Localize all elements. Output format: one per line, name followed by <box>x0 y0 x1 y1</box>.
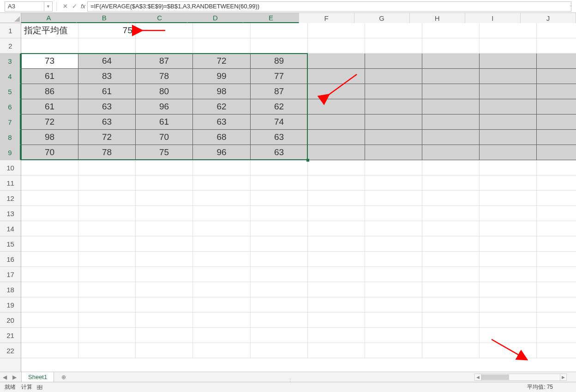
cell-C13[interactable] <box>136 206 193 221</box>
row-header-14[interactable]: 14 <box>0 221 21 236</box>
col-header-C[interactable]: C <box>132 13 187 23</box>
col-header-A[interactable]: A <box>21 13 77 23</box>
cell-D22[interactable] <box>193 343 251 358</box>
horizontal-scrollbar[interactable]: ◀ ▶ <box>474 374 567 381</box>
cell-J10[interactable] <box>537 160 576 175</box>
calc-options-icon[interactable] <box>37 385 42 390</box>
cell-B8[interactable]: 72 <box>78 130 136 145</box>
cell-D15[interactable] <box>193 236 251 252</box>
cell-H17[interactable] <box>422 267 480 282</box>
cell-A16[interactable] <box>21 252 78 267</box>
cell-G18[interactable] <box>365 282 422 297</box>
cell-G20[interactable] <box>365 313 422 328</box>
cell-B21[interactable] <box>78 328 136 343</box>
cell-G15[interactable] <box>365 236 422 252</box>
cell-J22[interactable] <box>537 343 576 358</box>
row-header-3[interactable]: 3 <box>0 54 21 69</box>
row-header-4[interactable]: 4 <box>0 69 21 84</box>
row-header-19[interactable]: 19 <box>0 297 21 313</box>
cell-D6[interactable]: 62 <box>193 99 251 115</box>
cell-J19[interactable] <box>537 297 576 313</box>
row-header-11[interactable]: 11 <box>0 175 21 191</box>
cell-C1[interactable] <box>136 23 193 38</box>
cell-F13[interactable] <box>308 206 365 221</box>
cell-E22[interactable] <box>251 343 308 358</box>
col-header-G[interactable]: G <box>354 13 410 23</box>
cell-I6[interactable] <box>480 99 537 115</box>
cell-A8[interactable]: 98 <box>21 130 78 145</box>
cell-A12[interactable] <box>21 191 78 206</box>
cell-G10[interactable] <box>365 160 422 175</box>
row-header-7[interactable]: 7 <box>0 115 21 130</box>
cell-G14[interactable] <box>365 221 422 236</box>
cell-H13[interactable] <box>422 206 480 221</box>
cell-G16[interactable] <box>365 252 422 267</box>
cell-C4[interactable]: 78 <box>136 69 193 84</box>
cell-H2[interactable] <box>422 38 480 54</box>
cell-J9[interactable] <box>537 145 576 160</box>
cell-D4[interactable]: 99 <box>193 69 251 84</box>
cell-D13[interactable] <box>193 206 251 221</box>
cell-I9[interactable] <box>480 145 537 160</box>
cell-G7[interactable] <box>365 115 422 130</box>
cell-E13[interactable] <box>251 206 308 221</box>
row-header-22[interactable]: 22 <box>0 343 21 358</box>
row-header-1[interactable]: 1 <box>0 23 21 38</box>
cell-J15[interactable] <box>537 236 576 252</box>
cell-I17[interactable] <box>480 267 537 282</box>
cell-J20[interactable] <box>537 313 576 328</box>
cell-F20[interactable] <box>308 313 365 328</box>
cell-H16[interactable] <box>422 252 480 267</box>
cell-A9[interactable]: 70 <box>21 145 78 160</box>
cell-C7[interactable]: 61 <box>136 115 193 130</box>
cell-H9[interactable] <box>422 145 480 160</box>
row-header-8[interactable]: 8 <box>0 130 21 145</box>
cell-C22[interactable] <box>136 343 193 358</box>
cell-E18[interactable] <box>251 282 308 297</box>
cell-H10[interactable] <box>422 160 480 175</box>
cell-C21[interactable] <box>136 328 193 343</box>
cell-F8[interactable] <box>308 130 365 145</box>
cell-E19[interactable] <box>251 297 308 313</box>
cell-H11[interactable] <box>422 175 480 191</box>
cell-B13[interactable] <box>78 206 136 221</box>
cell-E15[interactable] <box>251 236 308 252</box>
cell-F12[interactable] <box>308 191 365 206</box>
cell-B12[interactable] <box>78 191 136 206</box>
cell-D8[interactable]: 68 <box>193 130 251 145</box>
cell-A1[interactable]: 指定平均值 <box>21 23 78 38</box>
cell-I1[interactable] <box>480 23 537 38</box>
cell-G11[interactable] <box>365 175 422 191</box>
cell-A21[interactable] <box>21 328 78 343</box>
cell-I4[interactable] <box>480 69 537 84</box>
cell-D9[interactable]: 96 <box>193 145 251 160</box>
cell-J6[interactable] <box>537 99 576 115</box>
cell-G2[interactable] <box>365 38 422 54</box>
cell-D3[interactable]: 72 <box>193 54 251 69</box>
row-header-13[interactable]: 13 <box>0 206 21 221</box>
cell-H14[interactable] <box>422 221 480 236</box>
cell-E8[interactable]: 63 <box>251 130 308 145</box>
cell-B6[interactable]: 63 <box>78 99 136 115</box>
cell-H21[interactable] <box>422 328 480 343</box>
cell-G3[interactable] <box>365 54 422 69</box>
col-header-D[interactable]: D <box>187 13 243 23</box>
cell-A14[interactable] <box>21 221 78 236</box>
cell-H20[interactable] <box>422 313 480 328</box>
cell-B9[interactable]: 78 <box>78 145 136 160</box>
cell-F3[interactable] <box>308 54 365 69</box>
cell-F14[interactable] <box>308 221 365 236</box>
cell-H4[interactable] <box>422 69 480 84</box>
cell-D12[interactable] <box>193 191 251 206</box>
cell-C18[interactable] <box>136 282 193 297</box>
col-header-J[interactable]: J <box>521 13 576 23</box>
cell-B2[interactable] <box>78 38 136 54</box>
cell-A20[interactable] <box>21 313 78 328</box>
cell-C8[interactable]: 70 <box>136 130 193 145</box>
cell-D7[interactable]: 63 <box>193 115 251 130</box>
cell-H7[interactable] <box>422 115 480 130</box>
cell-C10[interactable] <box>136 160 193 175</box>
cell-D11[interactable] <box>193 175 251 191</box>
cell-J14[interactable] <box>537 221 576 236</box>
cell-E20[interactable] <box>251 313 308 328</box>
